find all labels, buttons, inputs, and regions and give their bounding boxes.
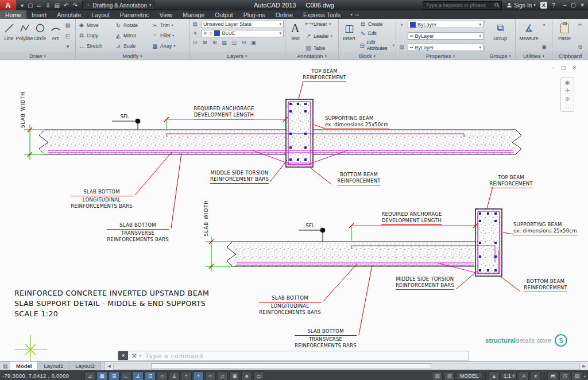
status-toggle-infer-constraints[interactable]: ⊿ [84, 371, 95, 380]
minimize-button[interactable]: – [563, 2, 566, 8]
status-toggle-dynamic-ucs[interactable]: ⌖ [181, 371, 192, 380]
linear-dimension-tool[interactable]: ⟷Linear▾ [304, 21, 337, 27]
annotation-scale-icon[interactable]: ▲ [489, 371, 500, 380]
scale-tool[interactable]: ⊿Scale [114, 43, 150, 49]
panel-label-utilities[interactable]: Utilities▾ [516, 52, 552, 60]
hatch-icon[interactable]: ▨ [65, 22, 71, 28]
panel-label-layers[interactable]: Layers▾ [189, 52, 285, 60]
sheet-tab-layout2[interactable]: Layout2 [69, 362, 101, 370]
line-tool[interactable]: Line [1, 20, 17, 52]
status-toggle-dynamic-input[interactable]: + [193, 371, 204, 380]
redo-icon[interactable]: ↷ [72, 2, 77, 9]
panel-label-properties[interactable]: Properties▾ [396, 52, 485, 60]
horizontal-scrollbar[interactable]: ◀ ▶ [105, 362, 588, 370]
undo-icon[interactable]: ↶ [64, 2, 68, 9]
ribbon-tab-annotate[interactable]: Annotate [52, 10, 86, 19]
annotation-visibility-icon[interactable]: A [518, 371, 529, 380]
status-toggle-transparency[interactable]: ▱ [217, 371, 228, 380]
qat-menu-icon[interactable]: ▾ [21, 2, 24, 9]
linetype-dropdown[interactable]: ╍ByLayer▾ [408, 44, 483, 51]
sheet-tab-layout1[interactable]: Layout1 [38, 362, 69, 370]
quick-select-icon[interactable]: ▣ [540, 43, 548, 51]
new-file-icon[interactable]: ▢ [28, 2, 33, 9]
steering-wheel-icon[interactable]: ◉ [565, 79, 570, 86]
layer-tool-4-icon[interactable]: ▨ [220, 38, 229, 46]
ribbon-tab-plug-ins[interactable]: Plug-ins [238, 10, 270, 19]
pan-icon[interactable]: ✛ [565, 87, 570, 94]
scroll-right-icon[interactable]: ▶ [580, 364, 588, 369]
status-toggle-ortho-mode[interactable]: ∟ [121, 371, 131, 380]
drawing-canvas[interactable]: TOP BEAMREINFORCEMENTREQUIRED ANCHORAGED… [0, 60, 588, 361]
orbit-icon[interactable]: ◌ [566, 104, 569, 110]
lineweight-dropdown[interactable]: ━ByLayer▾ [408, 32, 483, 40]
panel-label-modify[interactable]: Modify▾ [76, 52, 189, 60]
search-icon[interactable] [494, 2, 500, 8]
search-box[interactable] [423, 1, 502, 10]
layer-tool-3-icon[interactable]: ⊞ [210, 38, 219, 46]
properties-list-icon[interactable]: ▤ [397, 43, 406, 51]
command-line[interactable]: ✕ ⚒ ▸ Type a command [118, 351, 469, 360]
layer-on-icon[interactable]: ☀ [191, 29, 199, 37]
layer-tool-2-icon[interactable]: ⊠ [200, 38, 209, 46]
status-toggle-quick-properties[interactable]: ▣ [229, 371, 240, 380]
ribbon-pin-icon[interactable]: ▭ [355, 12, 359, 17]
application-menu-button[interactable]: A [0, 0, 16, 10]
ribbon-tab-view[interactable]: View [154, 10, 178, 19]
leader-tool[interactable]: ↗Leader▾ [304, 33, 337, 39]
status-toggle-object-snap[interactable]: ⊡ [145, 371, 156, 380]
layout-icon[interactable]: ▥ [444, 371, 455, 380]
copy-clip-icon[interactable]: ⧉ [576, 43, 585, 51]
mirror-tool[interactable]: ◭Mirror [114, 33, 150, 39]
command-close-icon[interactable]: ✕ [118, 351, 128, 360]
object-color-dropdown[interactable]: ByLayer▾ [408, 21, 483, 28]
scroll-left-icon[interactable]: ◀ [105, 364, 113, 369]
status-menu-icon[interactable]: ▤ [571, 371, 582, 380]
status-toggle-object-snap-tracking[interactable]: ∡ [169, 371, 180, 380]
status-toggle-polar-tracking[interactable]: ∠ [133, 371, 144, 380]
viewport-restore-icon[interactable]: ▢ [561, 65, 566, 71]
move-tool[interactable]: ✥Move [77, 22, 114, 29]
exchange-apps-icon[interactable]: X [540, 2, 547, 9]
circle-tool[interactable]: Circle [32, 20, 48, 52]
layer-state-dropdown[interactable]: Unsaved Layer State ▾ [201, 21, 284, 28]
layer-tool-6-icon[interactable]: ⊟ [239, 38, 248, 46]
copy-tool[interactable]: ⧉Copy [77, 32, 114, 39]
panel-label-annotation[interactable]: Annotation▾ [285, 52, 338, 60]
status-toggle-selection-cycling[interactable]: ◈ [241, 371, 252, 380]
search-input[interactable] [425, 2, 494, 9]
status-toggle-snap-mode[interactable]: ▦ [96, 371, 107, 380]
cut-icon[interactable]: ✂ [576, 21, 585, 29]
viewport-scale-button[interactable]: 1:1▾ [501, 372, 517, 380]
panel-label-block[interactable]: Block▾ [339, 52, 396, 60]
maximize-button[interactable]: ▢ [571, 2, 576, 8]
command-prompt-text[interactable]: Type a command [145, 352, 204, 359]
ribbon-tab-home[interactable]: Home [0, 10, 26, 19]
layer-tool-7-icon[interactable]: ▣ [249, 38, 258, 46]
status-toggle-annotation-monitor[interactable]: ▭ [253, 371, 264, 380]
ribbon-tab-manage[interactable]: Manage [177, 10, 210, 19]
insert-block-tool[interactable]: ◫ Insert [340, 20, 358, 52]
edit-block-tool[interactable]: ✎Edit [358, 30, 394, 37]
ribbon-tab-output[interactable]: Output [210, 10, 238, 19]
sheet-tab-model[interactable]: Model [10, 362, 38, 370]
more-draw-icon[interactable]: ▾ [67, 44, 69, 49]
id-point-icon[interactable]: ⌖ [540, 21, 548, 29]
viewport-close-icon[interactable]: ✕ [572, 65, 577, 71]
trim-tool[interactable]: ✂Trim▾ [150, 22, 187, 29]
fillet-tool[interactable]: ◜Fillet▾ [150, 33, 187, 39]
scroll-thumb[interactable] [151, 363, 432, 369]
edit-attributes-tool[interactable]: ⊟Edit Attributes▾ [358, 40, 394, 51]
group-tool[interactable]: ⧉ Group [490, 20, 510, 52]
measure-tool[interactable]: ∡ Measure [519, 20, 539, 52]
workspace-switch-icon[interactable]: ⬒ [547, 371, 558, 380]
panel-label-draw[interactable]: Draw▾ [0, 52, 75, 60]
ribbon-tab-layout[interactable]: Layout [86, 10, 115, 19]
text-tool[interactable]: A Text [287, 20, 304, 52]
status-toggle-grid-display[interactable]: ⊞ [109, 371, 119, 380]
stretch-tool[interactable]: ↔Stretch [77, 43, 114, 49]
sheet-menu-icon[interactable]: ▤ [0, 362, 10, 370]
autoscale-icon[interactable]: ▾ [530, 371, 541, 380]
workspace-switcher[interactable]: ✦ Drafting & Annotation ▾ [82, 1, 156, 10]
table-tool[interactable]: ▥Table [304, 45, 337, 51]
layer-tool-1-icon[interactable]: ⊡ [191, 38, 199, 46]
